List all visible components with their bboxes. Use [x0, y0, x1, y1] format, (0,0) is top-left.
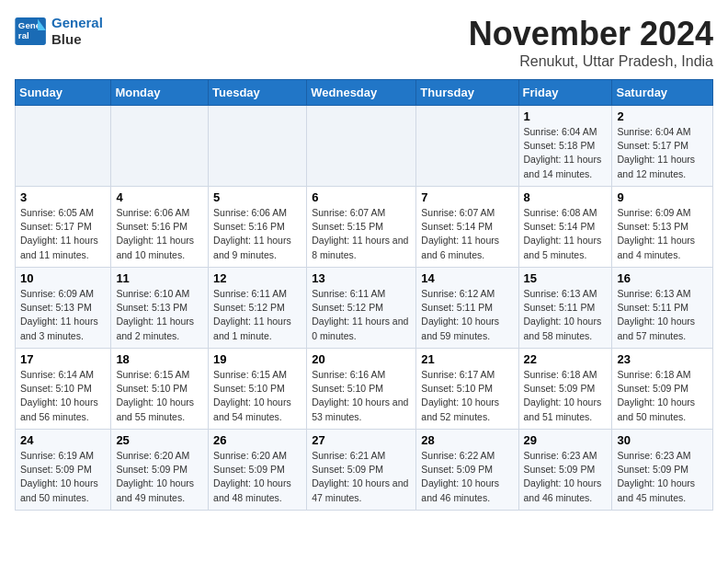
calendar-cell: 5Sunrise: 6:06 AM Sunset: 5:16 PM Daylig…	[209, 187, 307, 268]
day-info: Sunrise: 6:09 AM Sunset: 5:13 PM Dayligh…	[20, 287, 106, 343]
calendar-cell: 24Sunrise: 6:19 AM Sunset: 5:09 PM Dayli…	[16, 430, 111, 511]
calendar-cell	[209, 106, 307, 187]
calendar-cell: 8Sunrise: 6:08 AM Sunset: 5:14 PM Daylig…	[518, 187, 612, 268]
header: Gene ral General Blue November 2024 Renu…	[15, 15, 713, 70]
logo-text-line1: General	[51, 15, 103, 31]
calendar-cell: 6Sunrise: 6:07 AM Sunset: 5:15 PM Daylig…	[307, 187, 416, 268]
calendar-week-row: 10Sunrise: 6:09 AM Sunset: 5:13 PM Dayli…	[16, 268, 713, 349]
day-info: Sunrise: 6:15 AM Sunset: 5:10 PM Dayligh…	[213, 368, 301, 424]
weekday-header-saturday: Saturday	[612, 80, 713, 106]
day-info: Sunrise: 6:06 AM Sunset: 5:16 PM Dayligh…	[116, 206, 203, 262]
calendar-cell: 25Sunrise: 6:20 AM Sunset: 5:09 PM Dayli…	[111, 430, 209, 511]
weekday-header-wednesday: Wednesday	[307, 80, 416, 106]
day-info: Sunrise: 6:16 AM Sunset: 5:10 PM Dayligh…	[312, 368, 411, 424]
title-area: November 2024 Renukut, Uttar Pradesh, In…	[469, 15, 713, 70]
day-number: 25	[116, 433, 203, 447]
day-number: 17	[20, 352, 106, 366]
day-info: Sunrise: 6:15 AM Sunset: 5:10 PM Dayligh…	[116, 368, 203, 424]
logo-icon: Gene ral	[15, 17, 48, 45]
calendar-cell	[111, 106, 209, 187]
day-number: 9	[617, 190, 708, 204]
day-number: 19	[213, 352, 301, 366]
day-number: 11	[116, 271, 203, 285]
calendar-cell: 9Sunrise: 6:09 AM Sunset: 5:13 PM Daylig…	[612, 187, 713, 268]
calendar-cell: 21Sunrise: 6:17 AM Sunset: 5:10 PM Dayli…	[416, 349, 518, 430]
day-number: 28	[421, 433, 513, 447]
logo: Gene ral General Blue	[15, 15, 103, 48]
day-info: Sunrise: 6:04 AM Sunset: 5:17 PM Dayligh…	[617, 125, 708, 181]
day-info: Sunrise: 6:05 AM Sunset: 5:17 PM Dayligh…	[20, 206, 106, 262]
calendar-cell: 7Sunrise: 6:07 AM Sunset: 5:14 PM Daylig…	[416, 187, 518, 268]
day-info: Sunrise: 6:13 AM Sunset: 5:11 PM Dayligh…	[617, 287, 708, 343]
calendar-cell	[307, 106, 416, 187]
day-number: 7	[421, 190, 513, 204]
day-info: Sunrise: 6:11 AM Sunset: 5:12 PM Dayligh…	[312, 287, 411, 343]
day-number: 21	[421, 352, 513, 366]
day-number: 15	[524, 271, 608, 285]
day-info: Sunrise: 6:10 AM Sunset: 5:13 PM Dayligh…	[116, 287, 203, 343]
day-number: 16	[617, 271, 708, 285]
calendar-cell: 1Sunrise: 6:04 AM Sunset: 5:18 PM Daylig…	[518, 106, 612, 187]
calendar-cell: 29Sunrise: 6:23 AM Sunset: 5:09 PM Dayli…	[518, 430, 612, 511]
day-number: 22	[524, 352, 608, 366]
calendar-cell	[16, 106, 111, 187]
day-info: Sunrise: 6:17 AM Sunset: 5:10 PM Dayligh…	[421, 368, 513, 424]
day-number: 27	[312, 433, 411, 447]
day-number: 5	[213, 190, 301, 204]
day-number: 23	[617, 352, 708, 366]
day-info: Sunrise: 6:18 AM Sunset: 5:09 PM Dayligh…	[617, 368, 708, 424]
calendar-cell: 14Sunrise: 6:12 AM Sunset: 5:11 PM Dayli…	[416, 268, 518, 349]
day-number: 18	[116, 352, 203, 366]
calendar-cell: 23Sunrise: 6:18 AM Sunset: 5:09 PM Dayli…	[612, 349, 713, 430]
day-info: Sunrise: 6:14 AM Sunset: 5:10 PM Dayligh…	[20, 368, 106, 424]
calendar-cell: 22Sunrise: 6:18 AM Sunset: 5:09 PM Dayli…	[518, 349, 612, 430]
day-info: Sunrise: 6:13 AM Sunset: 5:11 PM Dayligh…	[524, 287, 608, 343]
calendar-cell: 26Sunrise: 6:20 AM Sunset: 5:09 PM Dayli…	[209, 430, 307, 511]
day-number: 6	[312, 190, 411, 204]
day-info: Sunrise: 6:23 AM Sunset: 5:09 PM Dayligh…	[524, 449, 608, 505]
day-number: 20	[312, 352, 411, 366]
svg-text:ral: ral	[18, 30, 29, 40]
calendar-table: SundayMondayTuesdayWednesdayThursdayFrid…	[15, 79, 713, 511]
day-info: Sunrise: 6:18 AM Sunset: 5:09 PM Dayligh…	[524, 368, 608, 424]
day-number: 12	[213, 271, 301, 285]
day-number: 10	[20, 271, 106, 285]
calendar-week-row: 17Sunrise: 6:14 AM Sunset: 5:10 PM Dayli…	[16, 349, 713, 430]
calendar-cell	[416, 106, 518, 187]
day-info: Sunrise: 6:20 AM Sunset: 5:09 PM Dayligh…	[116, 449, 203, 505]
day-info: Sunrise: 6:08 AM Sunset: 5:14 PM Dayligh…	[524, 206, 608, 262]
weekday-header-friday: Friday	[518, 80, 612, 106]
day-info: Sunrise: 6:07 AM Sunset: 5:15 PM Dayligh…	[312, 206, 411, 262]
calendar-cell: 19Sunrise: 6:15 AM Sunset: 5:10 PM Dayli…	[209, 349, 307, 430]
day-info: Sunrise: 6:06 AM Sunset: 5:16 PM Dayligh…	[213, 206, 301, 262]
day-number: 14	[421, 271, 513, 285]
logo-text-line2: Blue	[51, 31, 103, 48]
day-number: 2	[617, 109, 708, 123]
calendar-cell: 3Sunrise: 6:05 AM Sunset: 5:17 PM Daylig…	[16, 187, 111, 268]
day-info: Sunrise: 6:20 AM Sunset: 5:09 PM Dayligh…	[213, 449, 301, 505]
day-number: 30	[617, 433, 708, 447]
calendar-cell: 15Sunrise: 6:13 AM Sunset: 5:11 PM Dayli…	[518, 268, 612, 349]
day-number: 29	[524, 433, 608, 447]
weekday-header-tuesday: Tuesday	[209, 80, 307, 106]
calendar-cell: 17Sunrise: 6:14 AM Sunset: 5:10 PM Dayli…	[16, 349, 111, 430]
day-number: 13	[312, 271, 411, 285]
calendar-week-row: 1Sunrise: 6:04 AM Sunset: 5:18 PM Daylig…	[16, 106, 713, 187]
day-info: Sunrise: 6:21 AM Sunset: 5:09 PM Dayligh…	[312, 449, 411, 505]
calendar-cell: 13Sunrise: 6:11 AM Sunset: 5:12 PM Dayli…	[307, 268, 416, 349]
day-info: Sunrise: 6:19 AM Sunset: 5:09 PM Dayligh…	[20, 449, 106, 505]
weekday-header-monday: Monday	[111, 80, 209, 106]
calendar-cell: 2Sunrise: 6:04 AM Sunset: 5:17 PM Daylig…	[612, 106, 713, 187]
calendar-cell: 16Sunrise: 6:13 AM Sunset: 5:11 PM Dayli…	[612, 268, 713, 349]
calendar-cell: 12Sunrise: 6:11 AM Sunset: 5:12 PM Dayli…	[209, 268, 307, 349]
calendar-cell: 11Sunrise: 6:10 AM Sunset: 5:13 PM Dayli…	[111, 268, 209, 349]
day-number: 3	[20, 190, 106, 204]
day-info: Sunrise: 6:11 AM Sunset: 5:12 PM Dayligh…	[213, 287, 301, 343]
day-info: Sunrise: 6:09 AM Sunset: 5:13 PM Dayligh…	[617, 206, 708, 262]
month-title: November 2024	[469, 15, 713, 53]
calendar-cell: 18Sunrise: 6:15 AM Sunset: 5:10 PM Dayli…	[111, 349, 209, 430]
calendar-cell: 28Sunrise: 6:22 AM Sunset: 5:09 PM Dayli…	[416, 430, 518, 511]
day-info: Sunrise: 6:12 AM Sunset: 5:11 PM Dayligh…	[421, 287, 513, 343]
svg-text:Gene: Gene	[18, 20, 41, 30]
calendar-cell: 20Sunrise: 6:16 AM Sunset: 5:10 PM Dayli…	[307, 349, 416, 430]
